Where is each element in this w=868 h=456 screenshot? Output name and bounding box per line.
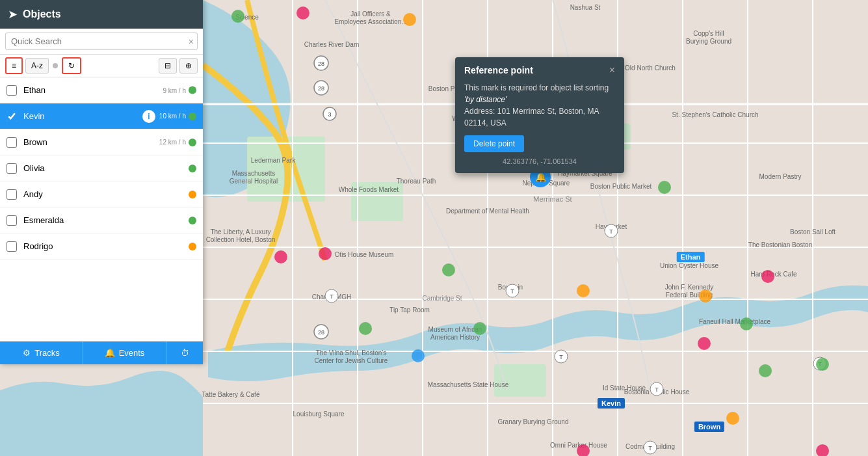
svg-text:Boston Public Market: Boston Public Market — [590, 183, 652, 190]
filter-icon: ⊟ — [164, 61, 171, 70]
kevin-map-label: Kevin — [598, 398, 625, 409]
popup-close-button[interactable]: × — [609, 65, 615, 75]
search-bar: × — [0, 29, 203, 55]
sidebar: ➤ Objects × ≡ A-z ↻ ⊟ ⊕ Ethan — [0, 0, 203, 364]
list-item[interactable]: Andy — [0, 181, 203, 208]
svg-point-99 — [359, 322, 372, 335]
svg-text:28: 28 — [318, 85, 324, 92]
svg-text:Jail Officers &: Jail Officers & — [350, 10, 391, 18]
events-icon: 🔔 — [105, 348, 115, 358]
svg-point-105 — [699, 289, 712, 302]
esmeralda-checkbox[interactable] — [7, 215, 17, 226]
svg-text:T: T — [559, 354, 563, 360]
svg-text:Massachusetts State House: Massachusetts State House — [428, 381, 509, 388]
svg-text:The Bostonian Boston: The Bostonian Boston — [748, 241, 812, 248]
popup-title: Reference point — [464, 65, 533, 75]
history-icon: ⏱ — [181, 348, 189, 358]
reference-point-popup: Reference point × This mark is required … — [455, 57, 624, 173]
svg-text:The Vilna Shul, Boston's: The Vilna Shul, Boston's — [316, 349, 386, 356]
rodrigo-status-dot — [189, 243, 196, 250]
svg-text:Union Oyster House: Union Oyster House — [660, 262, 718, 269]
andy-status-dot — [189, 191, 196, 198]
svg-text:Cambridge St: Cambridge St — [422, 295, 462, 302]
svg-text:St. Stephen's Catholic Church: St. Stephen's Catholic Church — [672, 111, 758, 118]
search-clear-button[interactable]: × — [189, 36, 194, 47]
kevin-speed-badge: 10 km / h — [159, 112, 196, 120]
brown-name: Brown — [23, 137, 159, 147]
kevin-speed: 10 km / h — [159, 112, 186, 120]
list-view-button[interactable]: ≡ — [5, 57, 23, 74]
brown-speed: 12 km / h — [159, 138, 186, 146]
svg-text:T: T — [510, 288, 514, 295]
olivia-name: Olivia — [23, 163, 189, 173]
svg-text:Boston Sail Loft: Boston Sail Loft — [790, 228, 835, 235]
refresh-button[interactable]: ↻ — [62, 57, 81, 74]
svg-point-115 — [412, 349, 425, 362]
brown-checkbox[interactable] — [7, 137, 17, 148]
svg-text:Nashua St: Nashua St — [570, 4, 601, 11]
tracks-tab[interactable]: ⚙ Tracks — [0, 342, 83, 364]
svg-text:T: T — [648, 445, 652, 451]
kevin-info-icon[interactable]: i — [142, 110, 155, 123]
svg-text:Tip Tap Room: Tip Tap Room — [389, 306, 430, 314]
svg-text:American History: American History — [430, 334, 480, 341]
list-item[interactable]: Ethan 9 km / h — [0, 77, 203, 103]
tracks-label: Tracks — [34, 348, 60, 358]
svg-text:The Liberty, A Luxury: The Liberty, A Luxury — [210, 228, 270, 235]
svg-text:Merrimac St: Merrimac St — [533, 195, 572, 203]
esmeralda-name: Esmeralda — [23, 215, 189, 225]
sort-az-button[interactable]: A-z — [25, 58, 49, 74]
svg-text:Otis House Museum: Otis House Museum — [335, 251, 394, 258]
svg-point-107 — [577, 284, 590, 297]
kevin-checkbox[interactable] — [7, 111, 17, 122]
delete-point-button[interactable]: Delete point — [464, 135, 524, 152]
filter-button[interactable]: ⊟ — [159, 58, 177, 74]
svg-point-111 — [759, 364, 772, 377]
svg-point-97 — [231, 10, 244, 23]
list-item[interactable]: Olivia — [0, 155, 203, 181]
popup-coordinates: 42.363776, -71.061534 — [464, 157, 615, 165]
list-item[interactable]: Esmeralda — [0, 208, 203, 234]
events-label: Events — [119, 348, 145, 358]
list-item[interactable]: Brown 12 km / h — [0, 129, 203, 155]
svg-text:Center for Jewish Culture: Center for Jewish Culture — [315, 357, 388, 364]
rodrigo-checkbox[interactable] — [7, 241, 17, 252]
svg-text:Massachusetts: Massachusetts — [232, 170, 276, 177]
svg-text:Id State House: Id State House — [603, 384, 646, 392]
history-tab[interactable]: ⏱ — [166, 342, 203, 364]
svg-rect-4 — [494, 364, 546, 397]
ethan-status-dot — [189, 87, 196, 94]
andy-name: Andy — [23, 189, 189, 199]
svg-point-101 — [473, 322, 486, 335]
svg-text:Employees Association...: Employees Association... — [334, 18, 406, 25]
svg-text:Department of Mental Health: Department of Mental Health — [446, 208, 529, 215]
toolbar: ≡ A-z ↻ ⊟ ⊕ — [0, 55, 203, 77]
list-item[interactable]: Kevin i 10 km / h — [0, 103, 203, 129]
ethan-speed: 9 km / h — [163, 86, 186, 94]
ethan-checkbox[interactable] — [7, 85, 17, 96]
olivia-checkbox[interactable] — [7, 163, 17, 174]
svg-point-100 — [442, 263, 455, 276]
svg-text:Tatte Bakery & Café: Tatte Bakery & Café — [202, 391, 260, 398]
list-item[interactable]: Rodrigo — [0, 234, 203, 260]
svg-text:28: 28 — [318, 60, 324, 67]
brown-speed-badge: 12 km / h — [159, 138, 196, 146]
svg-text:General Hospital: General Hospital — [230, 178, 278, 185]
svg-text:Lederman Park: Lederman Park — [251, 157, 296, 164]
svg-text:28: 28 — [318, 329, 324, 336]
popup-body-line1: This mark is required for object list so… — [464, 83, 609, 92]
sort-az-label: A-z — [31, 61, 43, 70]
toolbar-separator — [53, 63, 58, 68]
brown-map-label: Brown — [694, 422, 724, 432]
search-input[interactable] — [5, 33, 198, 50]
svg-text:Faneuil Hall Marketplace: Faneuil Hall Marketplace — [699, 318, 770, 325]
add-button[interactable]: ⊕ — [179, 58, 198, 74]
events-tab[interactable]: 🔔 Events — [83, 342, 166, 364]
esmeralda-status-dot — [189, 217, 196, 224]
andy-checkbox[interactable] — [7, 189, 17, 200]
object-list: Ethan 9 km / h Kevin i 10 km / h Brown 1… — [0, 77, 203, 341]
svg-text:Granary Burying Ground: Granary Burying Ground — [498, 418, 569, 425]
brown-status-dot — [189, 139, 196, 146]
rodrigo-name: Rodrigo — [23, 241, 189, 251]
svg-text:🔔: 🔔 — [535, 172, 547, 183]
